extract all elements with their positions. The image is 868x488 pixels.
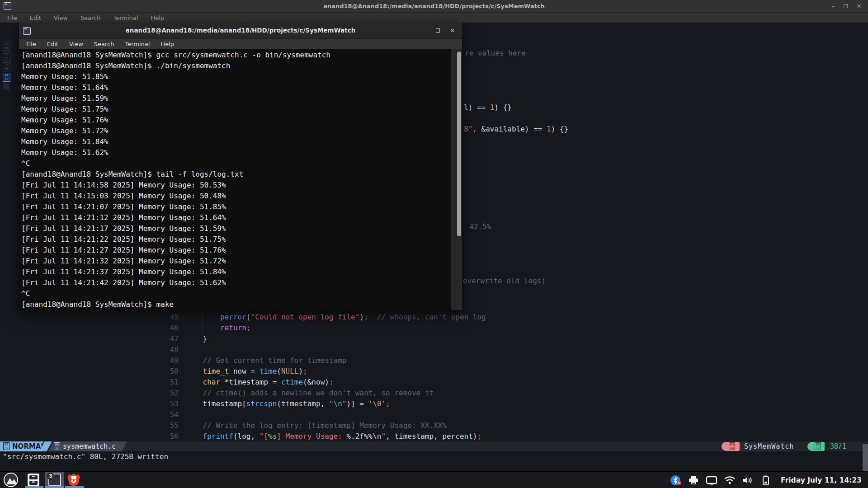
code-line: 52 // ctime() adds a newline we don't wa… bbox=[0, 388, 868, 399]
terminal-line: Memory Usage: 51.62% bbox=[21, 147, 462, 158]
terminal-line: [Fri Jul 11 14:21:32 2025] Memory Usage:… bbox=[21, 256, 462, 267]
menu-item-terminal[interactable]: Terminal bbox=[119, 41, 155, 47]
file-manager-button[interactable] bbox=[26, 473, 43, 487]
terminal-menubar: FileEditViewSearchTerminalHelp bbox=[19, 39, 462, 49]
battery-icon[interactable] bbox=[760, 475, 772, 486]
filename-label: sysmemwatch.c bbox=[63, 442, 116, 450]
terminal-line: Memory Usage: 51.75% bbox=[21, 104, 462, 115]
terminal-line: Memory Usage: 51.59% bbox=[21, 93, 462, 104]
maximize-icon[interactable] bbox=[436, 28, 440, 33]
app-menu-button[interactable] bbox=[4, 473, 18, 487]
line-number: 51 bbox=[0, 377, 179, 388]
code-line: 45 perror("Could not open log file"); //… bbox=[0, 312, 868, 323]
printer-icon[interactable] bbox=[688, 475, 699, 486]
line-number: 55 bbox=[0, 420, 179, 431]
background-window-title: anand18@Anand18:/media/anand18/HDD/proje… bbox=[0, 3, 868, 9]
project-label: SysMemWatch bbox=[744, 442, 794, 450]
terminal-line: ^C bbox=[21, 288, 462, 299]
background-scrollbar-thumb[interactable] bbox=[863, 444, 868, 471]
code-line: 49 // Get current time for timestamp bbox=[0, 355, 868, 366]
brave-browser-button[interactable] bbox=[66, 473, 81, 487]
display-icon[interactable] bbox=[706, 475, 717, 486]
bluetooth-icon[interactable]: ✕ bbox=[670, 475, 681, 486]
terminal-scrollbar[interactable] bbox=[451, 49, 462, 310]
mode-label: NORMAL bbox=[12, 442, 45, 450]
terminal-line: [Fri Jul 11 14:21:12 2025] Memory Usage:… bbox=[21, 212, 462, 223]
terminal-window: anand18@Anand18:/media/anand18/HDD/proje… bbox=[19, 23, 462, 310]
terminal-output: [anand18@Anand18 SysMemWatch]$ gcc src/s… bbox=[19, 49, 462, 310]
terminal-titlebar[interactable]: anand18@Anand18:/media/anand18/HDD/proje… bbox=[19, 23, 462, 39]
project-glyph-icon: 0F024B bbox=[729, 442, 735, 450]
background-window-menubar: FileEditViewSearchTerminalHelp bbox=[0, 13, 868, 23]
code-line: 53 timestamp[strcspn(timestamp, "\n")] =… bbox=[0, 399, 868, 409]
sign-glyph-icon: F460 bbox=[3, 42, 10, 51]
close-icon[interactable]: ✕ bbox=[857, 3, 862, 9]
line-number: 46 bbox=[0, 323, 179, 333]
menu-item-help[interactable]: Help bbox=[144, 14, 170, 21]
position-glyph-icon: E612 bbox=[815, 442, 821, 450]
active-sign-glyph-icon: F47C bbox=[3, 73, 10, 82]
menu-item-view[interactable]: View bbox=[64, 41, 89, 47]
statusline-file-segment: E61E sysmemwatch.c bbox=[51, 441, 124, 451]
menu-item-file[interactable]: File bbox=[21, 41, 42, 47]
line-number: 49 bbox=[0, 355, 179, 366]
code-line: 46 return; bbox=[0, 323, 868, 333]
menu-item-view[interactable]: View bbox=[47, 14, 74, 21]
terminal-window-title: anand18@Anand18:/media/anand18/HDD/proje… bbox=[19, 27, 462, 34]
open-app-indicator bbox=[25, 486, 43, 488]
code-fragment: overwrite old logs) bbox=[463, 276, 546, 286]
code-fragment: 8", &available) == 1) {} bbox=[464, 124, 568, 135]
project-badge: 0F024B bbox=[722, 442, 740, 451]
terminal-line: [Fri Jul 11 14:14:58 2025] Memory Usage:… bbox=[21, 180, 462, 191]
line-number: 52 bbox=[0, 388, 179, 399]
minimize-icon[interactable]: – bbox=[832, 3, 835, 9]
line-number: 45 bbox=[0, 312, 179, 323]
code-line: 51 char *timestamp = ctime(&now); bbox=[0, 377, 868, 388]
line-number: 53 bbox=[0, 399, 179, 409]
maximize-icon[interactable] bbox=[844, 4, 848, 8]
code-line: 47 } bbox=[0, 333, 868, 344]
line-number: 50 bbox=[0, 366, 179, 377]
code-line: 54 bbox=[0, 409, 868, 420]
sign-glyph-icon: F460 bbox=[3, 52, 10, 61]
menu-item-edit[interactable]: Edit bbox=[24, 14, 47, 21]
menu-item-search[interactable]: Search bbox=[89, 41, 120, 47]
volume-icon[interactable] bbox=[742, 475, 754, 486]
wifi-icon[interactable] bbox=[724, 475, 736, 486]
cursor-position-label: 38/1 bbox=[830, 442, 846, 450]
code-line: 55 // Write the log entry: [timestamp] M… bbox=[0, 420, 868, 431]
desktop: anand18@Anand18:/media/anand18/HDD/proje… bbox=[0, 0, 868, 488]
terminal-line: [Fri Jul 11 14:21:27 2025] Memory Usage:… bbox=[21, 245, 462, 256]
bluetooth-off-badge: ✕ bbox=[677, 481, 681, 485]
terminal-icon: 3 bbox=[48, 474, 61, 486]
terminal-line: Memory Usage: 51.76% bbox=[21, 115, 462, 126]
menu-item-file[interactable]: File bbox=[1, 14, 24, 21]
line-number: 47 bbox=[0, 333, 179, 344]
menu-item-terminal[interactable]: Terminal bbox=[107, 14, 144, 21]
terminal-line: [Fri Jul 11 14:21:07 2025] Memory Usage:… bbox=[21, 202, 462, 212]
terminal-line: [anand18@Anand18 SysMemWatch]$ make bbox=[21, 299, 462, 310]
menu-item-help[interactable]: Help bbox=[155, 41, 179, 47]
terminal-line: [Fri Jul 11 14:21:22 2025] Memory Usage:… bbox=[21, 234, 462, 245]
terminal-line: Memory Usage: 51.84% bbox=[21, 136, 462, 147]
terminal-line: [Fri Jul 11 14:21:42 2025] Memory Usage:… bbox=[21, 277, 462, 288]
close-icon[interactable]: ✕ bbox=[450, 28, 455, 33]
taskbar: 3 ✕ bbox=[0, 471, 868, 488]
terminal-line: [anand18@Anand18 SysMemWatch]$ tail -f l… bbox=[21, 169, 462, 180]
code-line: 50 time_t now = time(NULL); bbox=[0, 366, 868, 377]
menu-item-search[interactable]: Search bbox=[74, 14, 107, 21]
mode-glyph-icon: E7C5 bbox=[3, 442, 9, 450]
background-window-titlebar: anand18@Anand18:/media/anand18/HDD/proje… bbox=[0, 0, 868, 13]
line-number: 54 bbox=[0, 409, 179, 420]
clock[interactable]: Friday July 11, 14:23 bbox=[781, 476, 862, 484]
mountain-logo-icon bbox=[5, 474, 18, 487]
file-glyph-icon: E61E bbox=[54, 442, 60, 450]
code-fragment: 42.5% bbox=[469, 221, 491, 232]
terminal-scrollbar-thumb[interactable] bbox=[457, 52, 461, 236]
minimize-icon[interactable]: – bbox=[423, 28, 426, 33]
terminal-taskbar-button[interactable]: 3 bbox=[45, 472, 64, 488]
window-count-badge: 3 bbox=[47, 473, 54, 480]
menu-item-edit[interactable]: Edit bbox=[42, 41, 64, 47]
open-app-indicator bbox=[45, 486, 64, 488]
line-number: 56 bbox=[0, 431, 179, 442]
